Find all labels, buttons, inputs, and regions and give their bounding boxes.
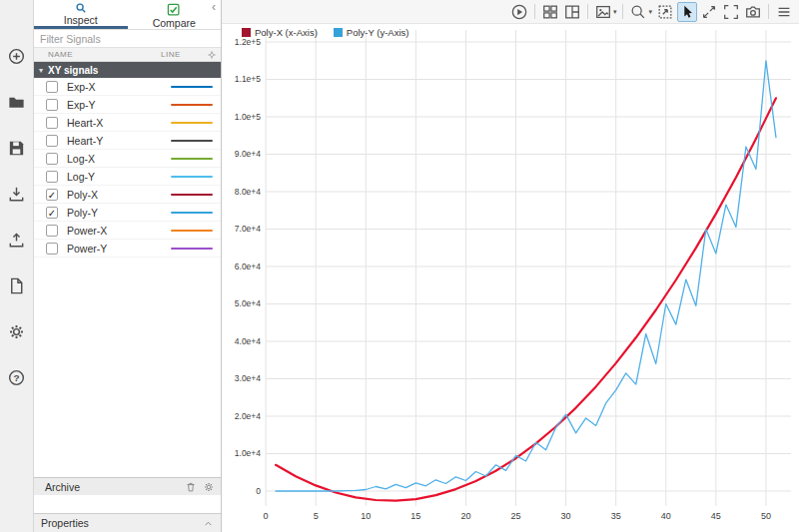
layout-custom-button[interactable]: [562, 2, 582, 22]
signal-name: Log-X: [58, 153, 171, 165]
signal-checkbox[interactable]: ✓: [46, 207, 58, 219]
run-button[interactable]: [509, 2, 529, 22]
toolbar-separator: [622, 4, 623, 19]
document-icon: [7, 276, 26, 295]
preferences-button[interactable]: [7, 321, 27, 341]
chevron-up-icon[interactable]: [203, 518, 214, 529]
expand-triangle-icon: ▾: [39, 66, 43, 75]
import-button[interactable]: [7, 184, 27, 204]
signal-line-swatch[interactable]: [171, 230, 213, 232]
save-icon: [7, 139, 26, 158]
add-icon: [7, 47, 26, 66]
signal-row[interactable]: Power-Y: [34, 240, 221, 258]
signal-row[interactable]: Exp-Y: [34, 96, 221, 114]
signal-line-swatch[interactable]: [171, 122, 213, 124]
svg-text:?: ?: [13, 372, 19, 383]
legend-item-poly-x[interactable]: Poly-X (x-Axis): [242, 27, 318, 38]
signal-row[interactable]: Log-Y: [34, 168, 221, 186]
signal-group-header[interactable]: ▾ XY signals: [34, 62, 221, 78]
chart-svg[interactable]: 0510152025303540455001.0e+42.0e+43.0e+44…: [222, 24, 799, 532]
signal-row[interactable]: ✓Poly-X: [34, 186, 221, 204]
x-tick-label: 35: [611, 511, 621, 521]
legend-item-poly-y[interactable]: Poly-Y (y-Axis): [334, 27, 409, 38]
signal-row[interactable]: Heart-X: [34, 114, 221, 132]
snapshot-button[interactable]: ▾: [593, 2, 618, 22]
tab-compare[interactable]: Compare: [128, 0, 222, 29]
sidebar-tabs: Inspect Compare ‹: [34, 0, 221, 30]
signal-row[interactable]: ✓Poly-Y: [34, 204, 221, 222]
signal-line-swatch[interactable]: [171, 176, 213, 178]
chart-legend: Poly-X (x-Axis) Poly-Y (y-Axis): [242, 27, 408, 38]
signal-row[interactable]: Power-X: [34, 222, 221, 240]
export-icon: [7, 231, 26, 250]
signal-line-swatch[interactable]: [171, 212, 213, 214]
y-tick-label: 7.0e+4: [235, 225, 262, 235]
line-column-header: LINE: [161, 50, 207, 59]
collapse-sidebar-icon[interactable]: ‹: [208, 1, 220, 13]
sidebar-empty-area: [34, 258, 221, 477]
expand-button[interactable]: [699, 2, 719, 22]
chart-container: Poly-X (x-Axis) Poly-Y (y-Axis) 05101520…: [222, 24, 799, 532]
x-tick-label: 45: [711, 511, 721, 521]
y-tick-label: 8.0e+4: [235, 187, 262, 197]
signal-line-swatch[interactable]: [171, 248, 213, 250]
signal-line-swatch[interactable]: [171, 104, 213, 106]
signal-checkbox[interactable]: ✓: [46, 189, 58, 201]
plot-area: ▾ ▾: [222, 0, 799, 532]
x-tick-label: 50: [761, 511, 771, 521]
x-tick-label: 20: [460, 511, 470, 521]
toolbar-separator: [534, 4, 535, 19]
x-tick-label: 40: [661, 511, 671, 521]
signal-name: Exp-X: [58, 81, 171, 93]
signal-checkbox[interactable]: [46, 99, 58, 111]
fit-to-view-button[interactable]: [655, 2, 675, 22]
signal-line-swatch[interactable]: [171, 140, 213, 142]
properties-bar[interactable]: Properties: [34, 513, 221, 532]
signals-sidebar: Inspect Compare ‹ NAME LINE ▾ XY signals…: [34, 0, 222, 532]
zoom-button[interactable]: ▾: [628, 2, 653, 22]
save-button[interactable]: [7, 138, 27, 158]
signal-row[interactable]: Log-X: [34, 150, 221, 168]
filter-signals-input[interactable]: [34, 30, 221, 47]
menu-button[interactable]: [774, 2, 794, 22]
pointer-icon: [678, 3, 696, 21]
sidebar-gap: [34, 495, 221, 513]
zoom-icon: [629, 3, 647, 21]
pointer-tool-button[interactable]: [677, 2, 697, 22]
fullscreen-button[interactable]: [721, 2, 741, 22]
signal-checkbox[interactable]: [46, 153, 58, 165]
series-line-poly-y: [276, 61, 776, 491]
add-button[interactable]: [7, 46, 27, 66]
signal-name: Power-Y: [58, 243, 171, 255]
signal-rows: Exp-XExp-YHeart-XHeart-YLog-XLog-Y✓Poly-…: [34, 78, 221, 258]
signal-line-swatch[interactable]: [171, 86, 213, 88]
column-settings-gear-icon[interactable]: [207, 50, 217, 60]
signal-checkbox[interactable]: [46, 81, 58, 93]
open-button[interactable]: [7, 92, 27, 112]
tab-inspect[interactable]: Inspect: [34, 0, 128, 29]
help-button[interactable]: ?: [7, 367, 27, 387]
signal-checkbox[interactable]: [46, 135, 58, 147]
camera-button[interactable]: [743, 2, 763, 22]
x-tick-label: 5: [314, 511, 319, 521]
signal-row[interactable]: Exp-X: [34, 78, 221, 96]
signal-checkbox[interactable]: [46, 243, 58, 255]
y-tick-label: 1.1e+5: [235, 75, 262, 85]
archive-label: Archive: [40, 481, 179, 493]
x-tick-label: 0: [264, 511, 269, 521]
archive-gear-icon[interactable]: [203, 481, 215, 493]
export-button[interactable]: [7, 230, 27, 250]
signal-line-swatch[interactable]: [171, 194, 213, 196]
signal-checkbox[interactable]: [46, 225, 58, 237]
signal-checkbox[interactable]: [46, 117, 58, 129]
signal-line-swatch[interactable]: [171, 158, 213, 160]
signal-row[interactable]: Heart-Y: [34, 132, 221, 150]
create-report-button[interactable]: [7, 275, 27, 295]
x-tick-label: 25: [510, 511, 520, 521]
signal-checkbox[interactable]: [46, 171, 58, 183]
legend-label-poly-y: Poly-Y (y-Axis): [347, 27, 409, 38]
layout-grid-button[interactable]: [540, 2, 560, 22]
trash-icon[interactable]: [185, 481, 197, 493]
archive-bar[interactable]: Archive: [34, 477, 221, 495]
tab-inspect-label: Inspect: [64, 14, 98, 26]
